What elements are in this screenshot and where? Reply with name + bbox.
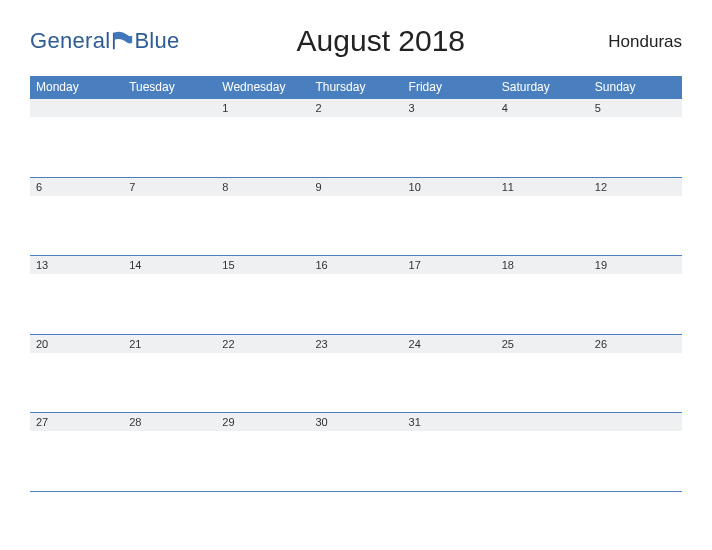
day-number: 19 bbox=[589, 256, 682, 275]
day-number bbox=[589, 413, 682, 432]
day-cell bbox=[496, 117, 589, 177]
weekday-header: Monday bbox=[30, 76, 123, 99]
day-cell bbox=[30, 431, 123, 491]
weekday-header-row: Monday Tuesday Wednesday Thursday Friday… bbox=[30, 76, 682, 99]
day-number: 3 bbox=[403, 99, 496, 117]
day-number: 20 bbox=[30, 334, 123, 353]
day-number: 28 bbox=[123, 413, 216, 432]
week-body-row bbox=[30, 274, 682, 334]
day-number: 25 bbox=[496, 334, 589, 353]
day-number: 14 bbox=[123, 256, 216, 275]
day-cell bbox=[216, 353, 309, 413]
day-cell bbox=[496, 353, 589, 413]
day-cell bbox=[309, 196, 402, 256]
week-body-row bbox=[30, 431, 682, 491]
day-number: 15 bbox=[216, 256, 309, 275]
day-number: 22 bbox=[216, 334, 309, 353]
region-label: Honduras bbox=[582, 32, 682, 52]
weekday-header: Sunday bbox=[589, 76, 682, 99]
day-cell bbox=[403, 117, 496, 177]
day-cell bbox=[30, 196, 123, 256]
logo-word1: General bbox=[30, 28, 110, 54]
day-cell bbox=[589, 431, 682, 491]
week-num-row: 20212223242526 bbox=[30, 334, 682, 353]
day-number: 30 bbox=[309, 413, 402, 432]
header: General Blue August 2018 Honduras bbox=[30, 22, 682, 76]
logo-flag-icon bbox=[112, 30, 134, 52]
logo-word2: Blue bbox=[134, 28, 179, 54]
day-cell bbox=[123, 353, 216, 413]
day-number: 27 bbox=[30, 413, 123, 432]
page-title: August 2018 bbox=[180, 24, 582, 58]
day-cell bbox=[216, 274, 309, 334]
week-num-row: 6789101112 bbox=[30, 177, 682, 196]
day-cell bbox=[309, 431, 402, 491]
day-number: 4 bbox=[496, 99, 589, 117]
week-num-row: 13141516171819 bbox=[30, 256, 682, 275]
day-cell bbox=[403, 431, 496, 491]
day-cell bbox=[123, 431, 216, 491]
day-cell bbox=[589, 196, 682, 256]
day-number: 18 bbox=[496, 256, 589, 275]
weekday-header: Thursday bbox=[309, 76, 402, 99]
week-body-row bbox=[30, 353, 682, 413]
day-number: 11 bbox=[496, 177, 589, 196]
weekday-header: Saturday bbox=[496, 76, 589, 99]
day-number bbox=[30, 99, 123, 117]
day-cell bbox=[403, 196, 496, 256]
day-number: 5 bbox=[589, 99, 682, 117]
day-number: 21 bbox=[123, 334, 216, 353]
logo: General Blue bbox=[30, 28, 180, 54]
day-number: 26 bbox=[589, 334, 682, 353]
day-cell bbox=[216, 117, 309, 177]
day-cell bbox=[30, 353, 123, 413]
day-number: 23 bbox=[309, 334, 402, 353]
day-number: 2 bbox=[309, 99, 402, 117]
calendar: Monday Tuesday Wednesday Thursday Friday… bbox=[30, 76, 682, 492]
day-cell bbox=[216, 431, 309, 491]
day-number: 24 bbox=[403, 334, 496, 353]
weekday-header: Wednesday bbox=[216, 76, 309, 99]
day-cell bbox=[309, 274, 402, 334]
day-cell bbox=[123, 274, 216, 334]
day-cell bbox=[589, 274, 682, 334]
day-number: 12 bbox=[589, 177, 682, 196]
day-number bbox=[496, 413, 589, 432]
day-cell bbox=[403, 274, 496, 334]
day-cell bbox=[589, 353, 682, 413]
day-cell bbox=[403, 353, 496, 413]
day-cell bbox=[123, 196, 216, 256]
week-body-row bbox=[30, 196, 682, 256]
day-cell bbox=[309, 117, 402, 177]
day-cell bbox=[496, 274, 589, 334]
day-number: 1 bbox=[216, 99, 309, 117]
day-number: 29 bbox=[216, 413, 309, 432]
day-number: 16 bbox=[309, 256, 402, 275]
day-number: 9 bbox=[309, 177, 402, 196]
weekday-header: Tuesday bbox=[123, 76, 216, 99]
day-cell bbox=[30, 117, 123, 177]
day-number: 7 bbox=[123, 177, 216, 196]
day-cell bbox=[496, 196, 589, 256]
day-number: 8 bbox=[216, 177, 309, 196]
day-number: 10 bbox=[403, 177, 496, 196]
day-number: 17 bbox=[403, 256, 496, 275]
day-number bbox=[123, 99, 216, 117]
week-num-row: 12345 bbox=[30, 99, 682, 117]
day-cell bbox=[309, 353, 402, 413]
day-number: 13 bbox=[30, 256, 123, 275]
day-cell bbox=[123, 117, 216, 177]
day-cell bbox=[589, 117, 682, 177]
day-cell bbox=[216, 196, 309, 256]
day-number: 31 bbox=[403, 413, 496, 432]
day-cell bbox=[496, 431, 589, 491]
day-number: 6 bbox=[30, 177, 123, 196]
day-cell bbox=[30, 274, 123, 334]
week-num-row: 2728293031 bbox=[30, 413, 682, 432]
week-body-row bbox=[30, 117, 682, 177]
weekday-header: Friday bbox=[403, 76, 496, 99]
